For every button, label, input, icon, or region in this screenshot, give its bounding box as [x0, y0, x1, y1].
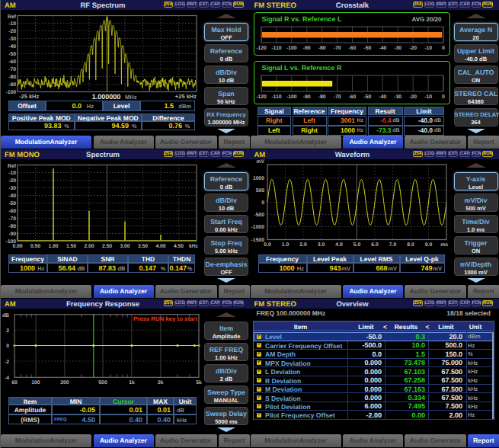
- svg-text:3.50: 3.50: [138, 244, 148, 249]
- svg-text:-100: -100: [286, 94, 297, 100]
- svg-text:-30: -30: [8, 37, 16, 42]
- svg-text:1.000000: 1.000000: [92, 93, 121, 101]
- svg-text:8.0: 8.0: [407, 242, 414, 248]
- svg-text:Ref: Ref: [8, 14, 17, 20]
- svg-text:dB: dB: [2, 313, 9, 318]
- svg-text:-100: -100: [5, 90, 16, 95]
- svg-text:mV: mV: [256, 159, 264, 165]
- svg-text:-30: -30: [394, 46, 401, 51]
- svg-text:MHz: MHz: [125, 94, 137, 101]
- svg-text:-20: -20: [8, 29, 16, 34]
- svg-text:-10: -10: [8, 21, 16, 27]
- svg-text:4.0: 4.0: [335, 242, 343, 248]
- svg-text:-70: -70: [8, 67, 16, 72]
- svg-text:6.0: 6.0: [371, 242, 379, 248]
- svg-text:-1500: -1500: [251, 238, 264, 243]
- svg-text:-30: -30: [8, 186, 16, 191]
- svg-text:-80: -80: [318, 46, 325, 51]
- svg-text:1000: 1000: [252, 176, 264, 181]
- svg-text:0.00: 0.00: [12, 244, 22, 249]
- svg-text:-20: -20: [409, 46, 417, 51]
- svg-text:-60: -60: [348, 46, 356, 51]
- svg-text:60: 60: [11, 380, 18, 386]
- svg-text:-50: -50: [363, 94, 371, 100]
- svg-text:-70: -70: [333, 94, 341, 100]
- svg-text:-110: -110: [271, 94, 281, 100]
- svg-text:-20: -20: [409, 94, 417, 100]
- svg-text:7.0: 7.0: [389, 242, 396, 248]
- svg-text:-60: -60: [348, 94, 356, 100]
- svg-text:-25 kHz: -25 kHz: [19, 93, 40, 100]
- svg-text:-50: -50: [363, 46, 371, 51]
- svg-text:-90: -90: [302, 46, 310, 51]
- svg-text:-4: -4: [5, 376, 9, 381]
- svg-text:-500: -500: [254, 213, 264, 218]
- svg-text:ms: ms: [440, 242, 448, 248]
- svg-text:-80: -80: [318, 94, 325, 100]
- svg-text:3.00: 3.00: [120, 244, 130, 249]
- svg-text:Press RUN key to start: Press RUN key to start: [133, 315, 197, 322]
- svg-text:-80: -80: [8, 224, 16, 229]
- svg-text:-90: -90: [8, 232, 16, 237]
- svg-text:-40: -40: [379, 94, 386, 100]
- svg-text:100: 100: [31, 380, 40, 386]
- svg-text:500: 500: [255, 188, 264, 194]
- svg-text:-120: -120: [256, 46, 267, 51]
- svg-text:0: 0: [6, 344, 9, 349]
- svg-text:-10: -10: [424, 94, 432, 100]
- svg-text:-100: -100: [286, 46, 297, 51]
- svg-text:-40: -40: [8, 44, 16, 50]
- svg-text:2k: 2k: [158, 380, 164, 386]
- svg-text:-20: -20: [8, 178, 16, 184]
- svg-text:5k: 5k: [196, 380, 202, 386]
- svg-text:2.0: 2.0: [299, 242, 307, 248]
- svg-text:-80: -80: [8, 75, 16, 80]
- svg-text:+25 kHz: +25 kHz: [175, 93, 197, 100]
- svg-text:-90: -90: [8, 82, 16, 88]
- svg-text:-60: -60: [8, 59, 16, 65]
- svg-text:-1000: -1000: [251, 225, 264, 230]
- svg-text:-60: -60: [8, 209, 16, 214]
- svg-text:Ref: Ref: [8, 164, 17, 169]
- svg-text:-70: -70: [8, 216, 16, 222]
- svg-text:500: 500: [98, 380, 107, 386]
- svg-text:1.00: 1.00: [48, 244, 58, 249]
- svg-text:0: 0: [261, 200, 264, 206]
- svg-text:-30: -30: [394, 94, 401, 100]
- svg-text:0: 0: [442, 94, 445, 100]
- svg-text:-10: -10: [8, 171, 16, 176]
- svg-text:4.50: 4.50: [174, 244, 184, 249]
- svg-text:1.50: 1.50: [66, 244, 76, 249]
- svg-text:-50: -50: [8, 52, 16, 57]
- svg-text:2: 2: [6, 328, 9, 334]
- svg-text:kHz: kHz: [189, 244, 199, 249]
- svg-text:0.50: 0.50: [30, 244, 40, 249]
- svg-text:-40: -40: [379, 46, 386, 51]
- svg-text:2.00: 2.00: [84, 244, 94, 249]
- svg-text:-120: -120: [256, 94, 267, 100]
- svg-text:200: 200: [60, 380, 69, 386]
- svg-text:1k: 1k: [129, 380, 135, 386]
- svg-text:0: 0: [442, 46, 445, 51]
- svg-text:-2: -2: [5, 360, 9, 365]
- svg-text:-70: -70: [333, 46, 341, 51]
- svg-text:5.0: 5.0: [353, 242, 360, 248]
- svg-text:9.0: 9.0: [424, 242, 432, 248]
- svg-text:0.0: 0.0: [264, 242, 271, 248]
- svg-text:1.0: 1.0: [281, 242, 289, 248]
- svg-text:-10: -10: [424, 46, 432, 51]
- svg-text:-50: -50: [8, 201, 16, 206]
- svg-text:-40: -40: [8, 194, 16, 199]
- svg-text:-110: -110: [271, 46, 281, 51]
- svg-text:-90: -90: [302, 94, 310, 100]
- svg-text:3.0: 3.0: [317, 242, 325, 248]
- svg-text:4.00: 4.00: [155, 244, 165, 249]
- svg-text:2.50: 2.50: [102, 244, 112, 249]
